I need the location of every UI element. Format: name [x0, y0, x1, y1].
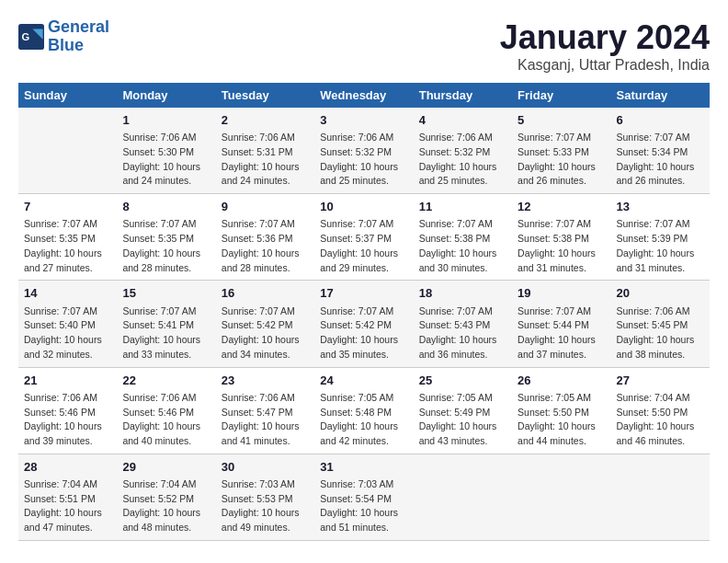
calendar-day: 14 Sunrise: 7:07 AMSunset: 5:40 PMDaylig…	[18, 281, 117, 367]
calendar-week-5: 28 Sunrise: 7:04 AMSunset: 5:51 PMDaylig…	[18, 454, 710, 540]
calendar-week-1: 1 Sunrise: 7:06 AMSunset: 5:30 PMDayligh…	[18, 108, 710, 194]
calendar-day: 6 Sunrise: 7:07 AMSunset: 5:34 PMDayligh…	[611, 108, 710, 194]
day-info: Sunrise: 7:06 AMSunset: 5:30 PMDaylight:…	[122, 132, 200, 186]
header-thursday: Thursday	[414, 83, 512, 108]
calendar-day: 12 Sunrise: 7:07 AMSunset: 5:38 PMDaylig…	[512, 194, 610, 281]
day-info: Sunrise: 7:07 AMSunset: 5:35 PMDaylight:…	[24, 218, 102, 272]
calendar-day	[512, 454, 610, 540]
day-info: Sunrise: 7:05 AMSunset: 5:49 PMDaylight:…	[419, 392, 497, 446]
day-info: Sunrise: 7:05 AMSunset: 5:48 PMDaylight:…	[320, 392, 398, 446]
header-monday: Monday	[117, 83, 215, 108]
calendar-day: 22 Sunrise: 7:06 AMSunset: 5:46 PMDaylig…	[117, 367, 215, 454]
day-number: 25	[419, 373, 506, 389]
day-number: 26	[518, 373, 605, 389]
calendar-day: 1 Sunrise: 7:06 AMSunset: 5:30 PMDayligh…	[117, 108, 215, 194]
day-number: 7	[24, 199, 111, 215]
day-info: Sunrise: 7:06 AMSunset: 5:32 PMDaylight:…	[320, 132, 398, 186]
day-info: Sunrise: 7:04 AMSunset: 5:52 PMDaylight:…	[122, 478, 200, 533]
calendar-day: 9 Sunrise: 7:07 AMSunset: 5:36 PMDayligh…	[216, 194, 314, 281]
calendar-day: 16 Sunrise: 7:07 AMSunset: 5:42 PMDaylig…	[216, 281, 314, 367]
page-title: January 2024	[500, 18, 710, 57]
day-info: Sunrise: 7:04 AMSunset: 5:50 PMDaylight:…	[617, 392, 695, 446]
day-info: Sunrise: 7:07 AMSunset: 5:33 PMDaylight:…	[518, 132, 596, 186]
day-info: Sunrise: 7:07 AMSunset: 5:36 PMDaylight:…	[222, 218, 300, 272]
day-info: Sunrise: 7:07 AMSunset: 5:42 PMDaylight:…	[222, 305, 300, 360]
calendar-day	[611, 454, 710, 540]
calendar-day: 29 Sunrise: 7:04 AMSunset: 5:52 PMDaylig…	[117, 454, 215, 540]
day-number: 18	[419, 285, 506, 302]
calendar-day: 28 Sunrise: 7:04 AMSunset: 5:51 PMDaylig…	[18, 454, 117, 540]
title-block: January 2024 Kasganj, Uttar Pradesh, Ind…	[500, 18, 710, 74]
calendar-day: 18 Sunrise: 7:07 AMSunset: 5:43 PMDaylig…	[414, 281, 512, 367]
day-number: 1	[122, 112, 210, 129]
day-number: 5	[518, 112, 605, 129]
calendar-day	[18, 108, 117, 194]
calendar-day: 11 Sunrise: 7:07 AMSunset: 5:38 PMDaylig…	[414, 194, 512, 281]
calendar-day: 19 Sunrise: 7:07 AMSunset: 5:44 PMDaylig…	[512, 281, 610, 367]
calendar-day: 7 Sunrise: 7:07 AMSunset: 5:35 PMDayligh…	[18, 194, 117, 281]
day-info: Sunrise: 7:05 AMSunset: 5:50 PMDaylight:…	[518, 392, 596, 446]
day-number: 2	[222, 112, 309, 129]
day-info: Sunrise: 7:07 AMSunset: 5:38 PMDaylight:…	[518, 218, 596, 272]
page-subtitle: Kasganj, Uttar Pradesh, India	[500, 57, 710, 74]
day-number: 21	[24, 373, 111, 389]
svg-text:G: G	[22, 31, 30, 42]
header-friday: Friday	[512, 83, 610, 108]
day-number: 23	[222, 373, 309, 389]
day-number: 11	[419, 199, 506, 215]
header-saturday: Saturday	[611, 83, 710, 108]
day-info: Sunrise: 7:06 AMSunset: 5:47 PMDaylight:…	[222, 392, 300, 446]
day-number: 3	[320, 112, 407, 129]
day-info: Sunrise: 7:06 AMSunset: 5:46 PMDaylight:…	[122, 392, 200, 446]
day-info: Sunrise: 7:07 AMSunset: 5:38 PMDaylight:…	[419, 218, 497, 272]
calendar-week-3: 14 Sunrise: 7:07 AMSunset: 5:40 PMDaylig…	[18, 281, 710, 367]
calendar-day: 23 Sunrise: 7:06 AMSunset: 5:47 PMDaylig…	[216, 367, 314, 454]
logo-general: General	[48, 17, 109, 36]
day-number: 13	[617, 199, 704, 215]
day-info: Sunrise: 7:06 AMSunset: 5:32 PMDaylight:…	[419, 132, 497, 186]
calendar-day: 8 Sunrise: 7:07 AMSunset: 5:35 PMDayligh…	[117, 194, 215, 281]
day-number: 20	[617, 285, 704, 302]
calendar-day: 4 Sunrise: 7:06 AMSunset: 5:32 PMDayligh…	[414, 108, 512, 194]
calendar-day: 2 Sunrise: 7:06 AMSunset: 5:31 PMDayligh…	[216, 108, 314, 194]
day-number: 14	[24, 285, 111, 302]
calendar-week-2: 7 Sunrise: 7:07 AMSunset: 5:35 PMDayligh…	[18, 194, 710, 281]
calendar-day: 31 Sunrise: 7:03 AMSunset: 5:54 PMDaylig…	[314, 454, 413, 540]
day-info: Sunrise: 7:07 AMSunset: 5:41 PMDaylight:…	[122, 305, 200, 360]
day-number: 10	[320, 199, 407, 215]
day-number: 29	[122, 459, 210, 476]
calendar-day: 10 Sunrise: 7:07 AMSunset: 5:37 PMDaylig…	[314, 194, 413, 281]
day-number: 22	[122, 373, 210, 389]
day-number: 9	[222, 199, 309, 215]
day-info: Sunrise: 7:07 AMSunset: 5:44 PMDaylight:…	[518, 305, 596, 360]
day-number: 15	[122, 285, 210, 302]
day-info: Sunrise: 7:07 AMSunset: 5:39 PMDaylight:…	[617, 218, 695, 272]
logo-icon: G	[18, 24, 44, 50]
day-info: Sunrise: 7:07 AMSunset: 5:40 PMDaylight:…	[24, 305, 102, 360]
calendar-day: 17 Sunrise: 7:07 AMSunset: 5:42 PMDaylig…	[314, 281, 413, 367]
header-sunday: Sunday	[18, 83, 117, 108]
header-wednesday: Wednesday	[314, 83, 413, 108]
day-info: Sunrise: 7:06 AMSunset: 5:46 PMDaylight:…	[24, 392, 102, 446]
calendar-table: Sunday Monday Tuesday Wednesday Thursday…	[18, 83, 710, 541]
calendar-day: 24 Sunrise: 7:05 AMSunset: 5:48 PMDaylig…	[314, 367, 413, 454]
day-info: Sunrise: 7:06 AMSunset: 5:45 PMDaylight:…	[617, 305, 695, 360]
calendar-day	[414, 454, 512, 540]
day-number: 19	[518, 285, 605, 302]
calendar-day: 25 Sunrise: 7:05 AMSunset: 5:49 PMDaylig…	[414, 367, 512, 454]
day-number: 6	[617, 112, 704, 129]
day-info: Sunrise: 7:07 AMSunset: 5:34 PMDaylight:…	[617, 132, 695, 186]
day-info: Sunrise: 7:03 AMSunset: 5:54 PMDaylight:…	[320, 478, 398, 533]
day-number: 30	[222, 459, 309, 476]
day-number: 31	[320, 459, 407, 476]
day-number: 17	[320, 285, 407, 302]
calendar-day: 20 Sunrise: 7:06 AMSunset: 5:45 PMDaylig…	[611, 281, 710, 367]
calendar-day: 13 Sunrise: 7:07 AMSunset: 5:39 PMDaylig…	[611, 194, 710, 281]
day-info: Sunrise: 7:07 AMSunset: 5:37 PMDaylight:…	[320, 218, 398, 272]
calendar-day: 21 Sunrise: 7:06 AMSunset: 5:46 PMDaylig…	[18, 367, 117, 454]
day-info: Sunrise: 7:07 AMSunset: 5:42 PMDaylight:…	[320, 305, 398, 360]
day-info: Sunrise: 7:03 AMSunset: 5:53 PMDaylight:…	[222, 478, 300, 533]
day-number: 16	[222, 285, 309, 302]
logo-blue: Blue	[48, 36, 84, 54]
day-info: Sunrise: 7:06 AMSunset: 5:31 PMDaylight:…	[222, 132, 300, 186]
